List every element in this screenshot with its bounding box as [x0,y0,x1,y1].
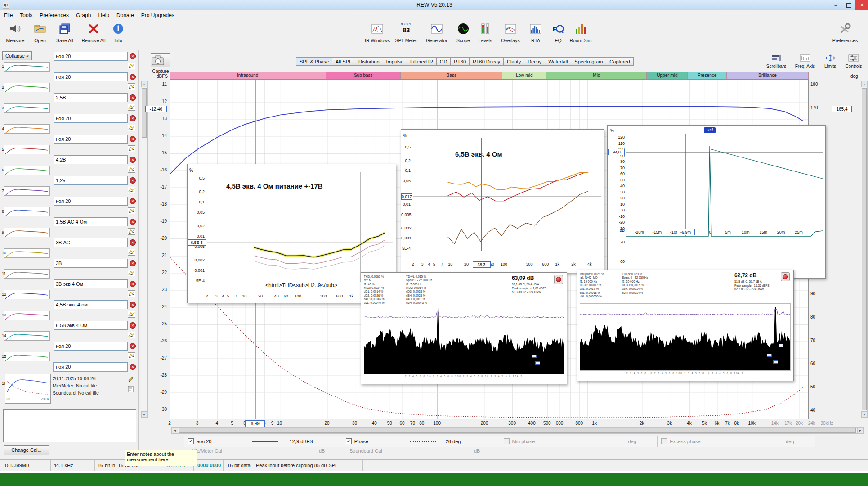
tool-splmeter[interactable]: dB SPL83SPL Meter [391,22,421,49]
measurement-name-input[interactable]: 4,2В [54,155,128,164]
measurement-name-input[interactable]: ноя 20 [54,342,128,351]
tab-spectrogram[interactable]: Spectrogram [571,57,606,66]
delete-measurement-button[interactable]: ✕ [130,94,136,101]
tool-saveall[interactable]: Save All [49,22,80,49]
measurement-row[interactable]: ноя 20✕8 [0,197,138,217]
minimize-button[interactable]: – [829,0,842,10]
tab-all-spl[interactable]: All SPL [332,57,355,66]
edit-notes-icon[interactable] [128,375,134,382]
trace-options-icon[interactable] [128,290,135,297]
measurement-name-input[interactable]: 1,5В АС 4 Ом [54,217,128,226]
measurement-name-input[interactable]: ноя 20 [54,72,128,81]
delete-measurement-button[interactable]: ✕ [130,343,136,349]
phase-checkbox[interactable]: ✓ [346,438,352,444]
trace-options-icon[interactable] [128,187,135,194]
impulse-overlay-panel[interactable]: %1201101009080706050403020100-10-20-3094… [607,125,826,279]
delete-measurement-button[interactable]: ✕ [130,177,136,184]
vertical-scrollbar[interactable]: ▲▼ [141,81,148,418]
measurement-name-input[interactable]: 6.5В экв 4 Ом [54,321,128,330]
trace-options-icon[interactable] [128,332,135,338]
tool-info[interactable]: Info [103,22,134,49]
freq-axis-icon[interactable] [800,54,810,62]
delete-measurement-button[interactable]: ✕ [130,364,136,370]
measurement-row[interactable]: ноя 20✕2 [0,72,138,93]
trace-options-icon[interactable] [128,228,135,235]
tool-generator[interactable]: Generator [421,22,452,49]
menu-tools[interactable]: Tools [16,10,36,20]
measurement-name-input[interactable]: ноя 20 [54,114,128,123]
tab-impulse[interactable]: Impulse [383,57,407,66]
measurement-name-input[interactable]: ноя 20 [54,362,128,371]
measurement-row[interactable]: 4,2В✕6 [0,155,138,176]
measurement-row[interactable]: 2,5В✕3 [0,93,138,114]
delete-measurement-button[interactable]: ✕ [130,239,136,246]
thd-panel-6-5v[interactable]: %6,5В экв. 4 Ом0,50,20,10,050,010,0050,0… [401,129,604,273]
tab-gd[interactable]: GD [437,57,451,66]
trace-options-icon[interactable] [128,125,135,131]
menu-help[interactable]: Help [94,10,113,20]
horizontal-scrollbar[interactable]: ◄► [171,427,864,434]
menu-preferences[interactable]: Preferences [36,10,72,20]
delete-measurement-button[interactable]: ✕ [130,302,136,308]
scrollbars-icon[interactable] [771,54,782,62]
tab-captured[interactable]: Captured [606,57,633,66]
delete-measurement-button[interactable]: ✕ [130,260,136,266]
scroll-up-button[interactable]: ▲ [141,81,147,87]
measurement-name-input[interactable]: ноя 20 [54,135,128,144]
tab-clarity[interactable]: Clarity [504,57,524,66]
tool-irwindows[interactable]: IR Windows [362,22,393,49]
menu-pro-upgrades[interactable]: Pro Upgrades [138,10,178,20]
notes-icon[interactable] [128,386,134,392]
delete-measurement-button[interactable]: ✕ [130,281,136,287]
scroll-down-button[interactable]: ▼ [141,411,147,418]
trace-options-icon[interactable] [128,352,135,359]
measurement-row[interactable]: 6.5В экв 4 Ом✕14 [0,321,138,342]
measurement-row[interactable]: ноя 20✕15 [0,342,138,362]
rta-panel-left[interactable]: THD: 0,0061 %ref: f2f1: 48 HzMD2: 0,0024… [361,272,567,384]
scroll-thumb[interactable] [179,428,856,433]
delete-measurement-button[interactable]: ✕ [130,115,136,122]
delete-measurement-button[interactable]: ✕ [130,322,136,328]
maximize-button[interactable] [842,0,855,10]
tab-filtered-ir[interactable]: Filtered IR [407,57,437,66]
delete-measurement-button[interactable]: ✕ [130,157,136,163]
trace-options-icon[interactable] [128,104,135,111]
min-phase-checkbox[interactable] [504,438,510,444]
measurement-name-input[interactable]: 3В экв 4 Ом [54,279,128,288]
limits-icon[interactable] [825,54,836,62]
measurement-name-input[interactable]: ноя 20 [54,52,128,61]
capture-button[interactable] [151,53,170,68]
measurement-name-input[interactable]: 3В [54,259,128,268]
trace-options-icon[interactable] [128,270,135,276]
scroll-down-button[interactable]: ▼ [861,411,867,418]
tab-rt60[interactable]: RT60 [451,57,470,66]
change-cal-button[interactable]: Change Cal... [4,445,49,455]
trace-options-icon[interactable] [128,63,135,69]
measurement-row[interactable]: ноя 20✕1 [0,52,138,72]
vertical-scrollbar[interactable]: ▲▼ [861,81,868,418]
scroll-up-button[interactable]: ▲ [861,81,867,87]
close-button[interactable]: ✕ [855,0,868,10]
measurement-name-input[interactable]: 1,2в [54,176,128,185]
measurement-name-input[interactable]: 2,5В [54,93,128,102]
scroll-thumb[interactable] [142,88,147,138]
tab-spl-phase[interactable]: SPL & Phase [296,57,332,66]
tab-decay[interactable]: Decay [524,57,545,66]
scroll-left-button[interactable]: ◄ [172,428,178,433]
delete-measurement-button[interactable]: ✕ [130,136,136,142]
scroll-thumb[interactable] [862,88,867,410]
measurement-row[interactable]: 3В АС✕10 [0,238,138,259]
tab-rt60-decay[interactable]: RT60 Decay [470,57,504,66]
controls-icon[interactable] [848,54,859,62]
scroll-right-button[interactable]: ► [857,428,864,433]
trace-options-icon[interactable] [128,166,135,173]
tab-distortion[interactable]: Distortion [355,57,383,66]
rta-panel-right[interactable]: IMDpwr: 0,0029 %ref: f1+f2=MDf1: 19 000 … [577,270,794,381]
delete-measurement-button[interactable]: ✕ [130,198,136,204]
measurement-row[interactable]: ноя 20✕4 [0,114,138,135]
measurement-name-input[interactable]: ноя 20 [54,197,128,206]
menu-graph[interactable]: Graph [72,10,94,20]
trace-options-icon[interactable] [128,145,135,152]
tool-preferences[interactable]: Preferences [830,22,860,49]
trace-options-icon[interactable] [128,311,135,318]
